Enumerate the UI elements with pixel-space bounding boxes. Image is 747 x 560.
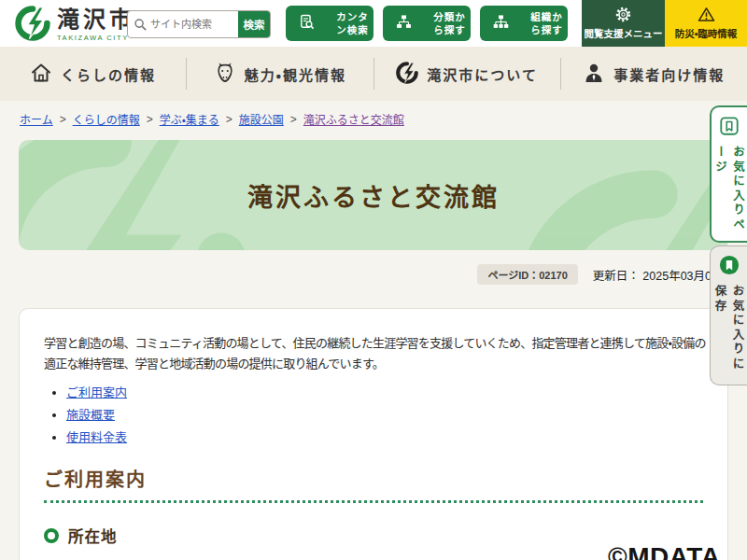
breadcrumb-separator: >	[290, 113, 297, 126]
breadcrumb-separator: >	[60, 113, 66, 126]
search-by-category-label: 分類から探す	[429, 10, 471, 36]
city-name-en: TAKIZAWA CITY	[57, 34, 135, 42]
list-item: ご利用案内	[66, 383, 703, 400]
easy-search-button[interactable]: カンタン検索	[286, 6, 374, 41]
site-search: 検索	[127, 10, 271, 38]
breadcrumb-home[interactable]: ホーム	[20, 111, 53, 127]
nav-item-label: 事業者向け情報	[613, 64, 725, 84]
save-to-favorites-label: お気に入りに保存	[712, 285, 747, 385]
quick-buttons: カンタン検索 分類から探す 組織から探す	[286, 6, 568, 41]
breadcrumb-current-page[interactable]: 滝沢ふるさと交流館	[303, 111, 404, 127]
city-logo-watermark	[514, 168, 728, 250]
city-logo-watermark	[19, 140, 247, 250]
warning-icon	[698, 7, 715, 24]
anchor-link-fee-table[interactable]: 使用料金表	[66, 430, 127, 444]
breadcrumb-separator: >	[147, 113, 153, 126]
favorites-page-label: お気に入りページ	[712, 146, 747, 241]
page-title-banner: 滝沢ふるさと交流館	[19, 140, 728, 250]
content-card: 学習と創造の場、コミュニティ活動の場として、住民の継続した生涯学習を支援していく…	[19, 308, 728, 560]
nav-item-label: 魅力・観光情報	[245, 64, 346, 84]
breadcrumb-separator: >	[226, 113, 233, 126]
save-to-favorites-tab[interactable]: お気に入りに保存	[710, 245, 747, 385]
favorites-page-tab[interactable]: お気に入りページ	[710, 105, 747, 243]
page-title: 滝沢ふるさと交流館	[247, 177, 500, 214]
subsection-location: 所在地	[44, 525, 703, 547]
breadcrumb-learn-gather[interactable]: 学ぶ・集まる	[160, 111, 219, 127]
emergency-info-label: 防災・臨時情報	[675, 26, 738, 40]
house-icon	[30, 62, 52, 87]
search-button[interactable]: 検索	[238, 11, 270, 37]
nav-item-business-info[interactable]: 事業者向け情報	[561, 47, 747, 101]
emergency-info-button[interactable]: 防災・臨時情報	[665, 0, 747, 47]
page-meta: ページID：02170 更新日： 2025年03月0	[477, 264, 712, 285]
search-icon	[134, 18, 148, 32]
nav-item-label: くらしの情報	[61, 64, 156, 84]
list-item: 施設概要	[66, 405, 703, 423]
breadcrumb-living-info[interactable]: くらしの情報	[73, 111, 140, 127]
mdata-watermark: ©MDATA	[608, 542, 721, 560]
subsection-title: 所在地	[68, 525, 118, 547]
accessibility-menu-button[interactable]: 閲覧支援メニュー	[582, 0, 665, 47]
section-title-usage-guide: ご利用案内	[44, 465, 703, 503]
easy-search-label: カンタン検索	[331, 10, 374, 36]
category-tree-icon	[383, 14, 425, 33]
bookmark-outline-icon	[719, 116, 740, 140]
breadcrumb-facility-park[interactable]: 施設公園	[239, 111, 284, 127]
green-circle-icon	[44, 528, 59, 543]
list-item: 使用料金表	[66, 427, 703, 445]
anchor-link-facility-overview[interactable]: 施設概要	[66, 408, 115, 422]
anchor-link-usage-guide[interactable]: ご利用案内	[66, 385, 127, 399]
org-chart-icon	[480, 14, 522, 33]
global-nav: くらしの情報 魅力・観光情報 滝沢市について 事業者向け情報	[0, 47, 747, 101]
city-logo-icon	[15, 6, 50, 45]
anchor-link-list: ご利用案内 施設概要 使用料金表	[66, 383, 703, 445]
site-header: 滝沢市 TAKIZAWA CITY 検索 カンタン検索 分類から探す 組織	[0, 0, 747, 47]
site-logo[interactable]: 滝沢市 TAKIZAWA CITY	[15, 6, 135, 45]
search-by-organization-label: 組織から探す	[526, 10, 568, 36]
search-by-category-button[interactable]: 分類から探す	[383, 6, 471, 41]
page-id-badge: ページID：02170	[477, 264, 577, 285]
gear-icon	[615, 7, 631, 24]
accessibility-menu-label: 閲覧支援メニュー	[585, 26, 663, 40]
bookmark-filled-icon	[719, 255, 740, 279]
intro-paragraph: 学習と創造の場、コミュニティ活動の場として、住民の継続した生涯学習を支援していく…	[44, 333, 711, 374]
horse-icon	[214, 62, 236, 87]
nav-item-living-info[interactable]: くらしの情報	[0, 47, 186, 101]
search-by-organization-button[interactable]: 組織から探す	[480, 6, 568, 41]
nav-item-label: 滝沢市について	[427, 64, 538, 84]
city-name: 滝沢市	[57, 8, 135, 31]
breadcrumb: ホーム > くらしの情報 > 学ぶ・集まる > 施設公園 > 滝沢ふるさと交流館	[20, 111, 404, 127]
city-logo-icon	[396, 62, 418, 87]
nav-item-about-city[interactable]: 滝沢市について	[374, 47, 560, 101]
document-search-icon	[286, 14, 328, 33]
nav-item-attraction-tourism[interactable]: 魅力・観光情報	[187, 47, 373, 101]
updated-date: 更新日： 2025年03月0	[593, 266, 712, 284]
business-person-icon	[583, 62, 605, 87]
